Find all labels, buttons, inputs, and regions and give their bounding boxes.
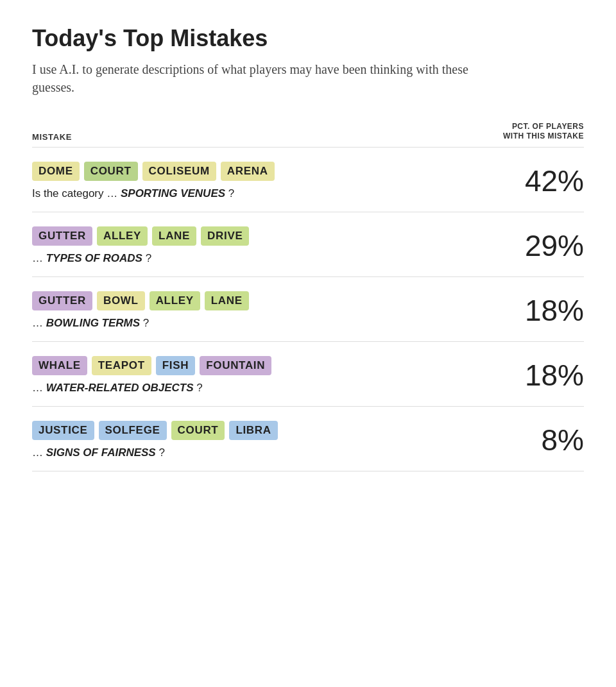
word-pill: WHALE	[32, 356, 87, 375]
word-pill: COURT	[171, 421, 225, 440]
table-row: DOMECOURTCOLISEUMARENAIs the category … …	[32, 148, 584, 212]
table-row: WHALETEAPOTFISHFOUNTAIN… WATER-RELATED O…	[32, 342, 584, 407]
category-text: … WATER-RELATED OBJECTS ?	[32, 382, 494, 394]
word-pill: DRIVE	[201, 226, 249, 246]
word-pill: LANE	[152, 226, 196, 246]
subtitle: I use A.I. to generate descriptions of w…	[32, 60, 494, 96]
mistake-content: DOMECOURTCOLISEUMARENAIs the category … …	[32, 162, 513, 200]
pct-value: 18%	[513, 293, 584, 328]
word-pills: GUTTERBOWLALLEYLANE	[32, 291, 494, 310]
col-pct-label: PCT. OF PLAYERSWITH THIS MISTAKE	[503, 122, 584, 142]
word-pill: COURT	[84, 162, 138, 181]
word-pills: GUTTERALLEYLANEDRIVE	[32, 226, 494, 246]
word-pill: GUTTER	[32, 226, 92, 246]
word-pills: DOMECOURTCOLISEUMARENA	[32, 162, 494, 181]
table-header: MISTAKE PCT. OF PLAYERSWITH THIS MISTAKE	[32, 122, 584, 148]
word-pill: TEAPOT	[92, 356, 151, 375]
word-pill: ALLEY	[150, 291, 200, 310]
category-text: … SIGNS OF FAIRNESS ?	[32, 446, 494, 459]
pct-value: 42%	[513, 164, 584, 198]
mistake-content: GUTTERALLEYLANEDRIVE… TYPES OF ROADS ?	[32, 226, 513, 265]
pct-value: 18%	[513, 358, 584, 393]
word-pill: JUSTICE	[32, 421, 94, 440]
page-title: Today's Top Mistakes	[32, 26, 584, 51]
word-pill: SOLFEGE	[99, 421, 167, 440]
category-name: SIGNS OF FAIRNESS	[46, 446, 156, 459]
category-name: WATER-RELATED OBJECTS	[46, 382, 194, 394]
mistake-content: WHALETEAPOTFISHFOUNTAIN… WATER-RELATED O…	[32, 356, 513, 394]
pct-value: 8%	[513, 423, 584, 457]
category-name: BOWLING TERMS	[46, 317, 140, 329]
category-name: TYPES OF ROADS	[46, 252, 142, 264]
word-pill: LANE	[205, 291, 249, 310]
word-pill: GUTTER	[32, 291, 92, 310]
category-text: … BOWLING TERMS ?	[32, 317, 494, 330]
word-pill: DOME	[32, 162, 80, 181]
mistake-content: GUTTERBOWLALLEYLANE… BOWLING TERMS ?	[32, 291, 513, 330]
word-pill: BOWL	[97, 291, 145, 310]
pct-value: 29%	[513, 228, 584, 263]
word-pill: LIBRA	[229, 421, 277, 440]
word-pill: FOUNTAIN	[200, 356, 271, 375]
word-pill: ALLEY	[97, 226, 148, 246]
word-pill: ARENA	[221, 162, 275, 181]
category-name: SPORTING VENUES	[121, 187, 225, 199]
category-text: … TYPES OF ROADS ?	[32, 252, 494, 265]
word-pills: JUSTICESOLFEGECOURTLIBRA	[32, 421, 494, 440]
col-mistake-label: MISTAKE	[32, 132, 72, 142]
word-pill: FISH	[156, 356, 195, 375]
word-pills: WHALETEAPOTFISHFOUNTAIN	[32, 356, 494, 375]
word-pill: COLISEUM	[142, 162, 216, 181]
mistake-content: JUSTICESOLFEGECOURTLIBRA… SIGNS OF FAIRN…	[32, 421, 513, 459]
table-row: GUTTERBOWLALLEYLANE… BOWLING TERMS ?18%	[32, 277, 584, 342]
rows-container: DOMECOURTCOLISEUMARENAIs the category … …	[32, 148, 584, 471]
table-row: JUSTICESOLFEGECOURTLIBRA… SIGNS OF FAIRN…	[32, 407, 584, 471]
category-text: Is the category … SPORTING VENUES ?	[32, 187, 494, 200]
table-row: GUTTERALLEYLANEDRIVE… TYPES OF ROADS ?29…	[32, 212, 584, 277]
